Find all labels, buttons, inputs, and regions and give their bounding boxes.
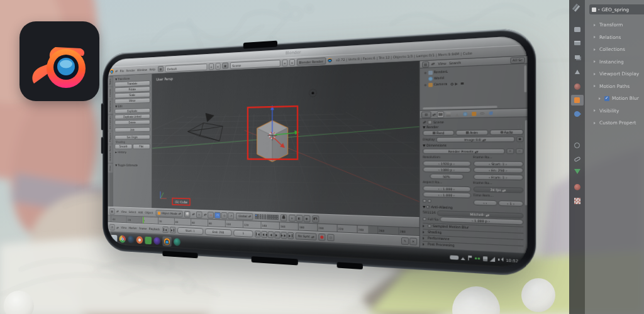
layer-toggles[interactable]	[255, 214, 279, 219]
toolshelf-tab[interactable]: Create	[108, 87, 113, 99]
aa-samples-16[interactable]: 16	[431, 211, 436, 215]
delete-icon[interactable]: ✕	[409, 237, 417, 245]
crop-checkbox[interactable]	[428, 199, 431, 203]
fps-select[interactable]: 24 fps ▲▼	[473, 187, 523, 193]
toolshelf-button[interactable]: Duplicate Linked	[114, 114, 150, 119]
playback-controls[interactable]	[255, 230, 294, 239]
viewport-menu-item[interactable]: View	[120, 210, 128, 213]
view-layer-icon[interactable]	[573, 53, 581, 61]
toolshelf-button[interactable]: Mirror	[114, 98, 150, 104]
pivot-select[interactable]: +	[196, 211, 203, 218]
animation-button[interactable]: Anim	[456, 129, 489, 135]
frame-step-field[interactable]: ‹ Fram: 1 ›	[473, 174, 523, 180]
panel-custom-properties[interactable]: Custom Propert	[589, 117, 644, 129]
timeline-menu-item[interactable]: Frame	[138, 227, 148, 230]
output-icon[interactable]	[573, 39, 581, 47]
panel-relations[interactable]: Relations	[589, 31, 644, 44]
manipulator-scale-icon[interactable]: ◇	[221, 212, 228, 219]
edit-section-title[interactable]: ▼ Edit	[115, 104, 150, 107]
aspect-x-field[interactable]: ‹ : 1.000 ›	[423, 185, 470, 192]
toolshelf-tab[interactable]: Relations	[108, 99, 113, 114]
dimensions-panel-header[interactable]: ▼ Dimensions⋮⋮	[423, 143, 523, 147]
jump-end-icon[interactable]	[170, 227, 175, 234]
properties-scrollbar[interactable]	[525, 120, 527, 205]
render-camera-icon[interactable]	[312, 215, 319, 223]
full-sample-checkbox[interactable]	[423, 217, 426, 221]
resolution-pct-field[interactable]: 50%	[430, 173, 463, 179]
manipulator-rotate-icon[interactable]: ◠	[214, 212, 221, 219]
remove-preset-button[interactable]: −	[516, 148, 523, 154]
render-presets-select[interactable]: Render Presets ▲▼	[423, 148, 505, 154]
browser-app-icon[interactable]	[128, 236, 134, 243]
editor-type-icon[interactable]: ▤	[421, 111, 431, 118]
info-menu-item[interactable]: Render	[125, 68, 136, 72]
jump-last-button[interactable]	[287, 232, 294, 239]
manipulator-extra-icon[interactable]: ↗	[228, 212, 235, 219]
info-menu-item[interactable]: File	[119, 69, 125, 73]
chrome-app-icon[interactable]	[119, 236, 126, 243]
sim-icon[interactable]	[483, 256, 487, 261]
gallery-app-icon[interactable]	[111, 235, 117, 242]
add-layout-button[interactable]: +	[209, 63, 214, 70]
playstore-app-icon[interactable]	[145, 237, 152, 245]
toolshelf-tab[interactable]: Grease Penc	[108, 144, 113, 163]
physics-icon[interactable]	[573, 141, 581, 149]
editor-type-icon[interactable]: ▤	[422, 61, 429, 67]
viewport-shading-select[interactable]	[184, 210, 190, 217]
current-frame-field[interactable]: 1	[233, 230, 253, 237]
network-icon[interactable]	[490, 257, 495, 262]
scene-field[interactable]: Scene	[230, 60, 280, 69]
frame-end-field[interactable]: ‹ En: 250 ›	[473, 167, 523, 173]
snap-element-icon[interactable]: ◧	[296, 215, 303, 222]
toolshelf-tab[interactable]: Misc	[108, 163, 113, 172]
flat-button[interactable]: Flat	[133, 144, 150, 149]
viewport-menu-item[interactable]: Object	[144, 211, 154, 214]
editor-app-icon[interactable]	[153, 237, 160, 245]
frame-start-field[interactable]: ‹ Start: 1 ›	[473, 161, 523, 166]
texture-icon[interactable]	[573, 197, 581, 205]
display-extra-icon[interactable]: ▣	[516, 136, 523, 142]
timeline-menu-item[interactable]: Marker	[128, 227, 138, 230]
jump-start-icon[interactable]	[162, 227, 168, 234]
tab-constraints[interactable]	[479, 110, 486, 117]
panel-motion-blur[interactable]: Motion Blur	[589, 92, 644, 105]
render-ogl-icon[interactable]: ◉	[303, 215, 310, 222]
object-name-field[interactable]: ▾ GEO_spring	[589, 4, 644, 14]
edit-icon[interactable]: ✎	[401, 237, 409, 245]
play-button[interactable]	[274, 232, 280, 239]
start-frame-field[interactable]: Start: 1	[177, 227, 203, 235]
play-reverse-button[interactable]	[268, 231, 274, 238]
editor-type-icon[interactable]: ▦	[109, 208, 115, 214]
toolshelf-button[interactable]: Rotate	[114, 86, 150, 92]
editor-type-icon[interactable]: ◔	[109, 224, 115, 230]
modifiers-icon[interactable]	[573, 110, 581, 118]
outliner-menu-item[interactable]: Search	[448, 61, 463, 65]
data-icon[interactable]	[573, 169, 581, 177]
render-icon[interactable]	[573, 25, 581, 33]
tray-expand-icon[interactable]	[461, 255, 465, 260]
lock-icon[interactable]	[280, 214, 287, 221]
resolution-x-field[interactable]: ‹ 1920 p ›	[423, 160, 470, 166]
next-key-button[interactable]	[281, 232, 287, 239]
timeline-menu-item[interactable]: Playback	[148, 227, 161, 231]
time-old-field[interactable]: ‹ ›	[473, 199, 497, 205]
render-button[interactable]: Rend	[423, 130, 454, 136]
info-menu-item[interactable]: Window	[136, 68, 148, 72]
display-select[interactable]: Image Edi ▲▼	[436, 136, 515, 143]
volume-icon[interactable]	[498, 257, 503, 262]
join-button[interactable]: Join	[114, 127, 150, 133]
extra-app-icon[interactable]	[174, 238, 180, 246]
tab-world[interactable]	[462, 110, 469, 117]
constraints-icon[interactable]	[573, 155, 581, 163]
blender-app-icon[interactable]	[162, 236, 171, 247]
info-menu-item[interactable]: Help	[148, 67, 157, 71]
outliner-scrollbar-vertical[interactable]	[525, 65, 527, 92]
viewport-3d[interactable]: User Persp (1) Cube	[152, 61, 419, 217]
snap-icon[interactable]: ∪	[289, 214, 296, 221]
motion-blur-checkbox[interactable]	[604, 96, 609, 101]
render-panel-header[interactable]: ▼ Render⋮⋮	[423, 124, 523, 129]
sync-select[interactable]: No Sync▲▼	[296, 232, 317, 241]
manipulator-translate-icon[interactable]: ↔	[208, 212, 214, 219]
aa-samples-11[interactable]: 11	[427, 211, 431, 215]
screen-layout-icon[interactable]: ▦	[158, 66, 164, 72]
